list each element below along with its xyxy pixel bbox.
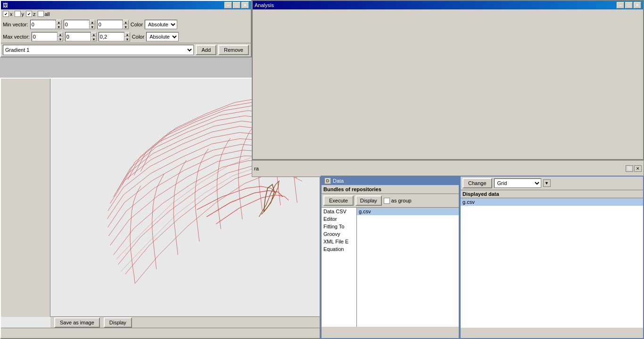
max-v2-down[interactable]: ▼	[91, 37, 97, 41]
analysis-maximize-btn[interactable]: □	[625, 2, 633, 8]
y-label: y	[22, 11, 25, 17]
bundle-item-xml[interactable]: XML File E	[322, 238, 356, 245]
min-vector-row: Min vector: ▲ ▼ ▲ ▼ ▲ ▼ Color Absolute	[1, 18, 251, 31]
max-v2-input[interactable]	[65, 32, 91, 41]
y-checkbox[interactable]	[15, 11, 21, 17]
bundle-list: Data CSV Editor Fitting To Groovy XML Fi…	[322, 208, 357, 327]
max-v2-group: ▲ ▼	[65, 32, 97, 41]
top-panel-icon: 🖼	[3, 2, 8, 8]
min-vector-label: Min vector:	[3, 22, 28, 27]
data-lists: Data CSV Editor Fitting To Groovy XML Fi…	[322, 208, 459, 327]
close-btn[interactable]: ✕	[241, 2, 249, 8]
min-v3-down[interactable]: ▼	[123, 24, 129, 29]
displayed-toolbar: Change Grid ▼	[461, 177, 643, 190]
ra-restore-btn[interactable]: ⬜	[626, 165, 633, 172]
min-v3-arrows: ▲ ▼	[123, 20, 129, 29]
min-v1-input[interactable]	[30, 20, 56, 29]
max-v1-up[interactable]: ▲	[58, 32, 63, 37]
all-label: all	[45, 11, 50, 17]
min-v3-up[interactable]: ▲	[123, 20, 129, 24]
display-btn[interactable]: Display	[104, 317, 132, 328]
ra-panel: ra ⬜ ✕	[252, 160, 644, 177]
min-v2-group: ▲ ▼	[64, 20, 95, 29]
minimize-btn[interactable]: ─	[224, 2, 232, 8]
bundle-item-fitting[interactable]: Fitting To	[322, 223, 356, 230]
displayed-data-panel: Change Grid ▼ Displayed data g.csv	[460, 176, 644, 339]
min-v1-group: ▲ ▼	[30, 20, 62, 29]
data-panel: D Data Bundles of repositories Execute D…	[321, 176, 460, 339]
min-v2-up[interactable]: ▲	[90, 20, 95, 24]
bundle-item-data-csv[interactable]: Data CSV	[322, 208, 356, 215]
displayed-data-label: Displayed data	[461, 190, 643, 198]
viz-button-row: Save as image Display	[50, 316, 320, 328]
max-v2-arrows: ▲ ▼	[91, 32, 97, 41]
execute-btn[interactable]: Execute	[323, 195, 354, 206]
remove-gradient-btn[interactable]: Remove	[218, 45, 249, 55]
min-v1-down[interactable]: ▼	[56, 24, 62, 29]
z-checkbox[interactable]: ✔	[26, 11, 32, 17]
top-panel-titlebar: 🖼 ─ □ ✕	[1, 1, 251, 9]
z-label: z	[33, 11, 36, 17]
min-v1-up[interactable]: ▲	[56, 20, 62, 24]
bundle-item-editor[interactable]: Editor	[322, 215, 356, 223]
z-checkbox-label[interactable]: ✔ z	[26, 11, 36, 17]
y-checkbox-label[interactable]: y	[15, 11, 25, 17]
max-v2-up[interactable]: ▲	[91, 32, 97, 37]
titlebar-controls: ─ □ ✕	[224, 2, 249, 8]
data-title-icon: D	[324, 178, 331, 184]
min-v2-input[interactable]	[64, 20, 90, 29]
file-item-g-csv[interactable]: g.csv	[357, 208, 459, 215]
bundles-label: Bundles of repositories	[323, 186, 381, 192]
viz-bottom-strip	[1, 328, 320, 338]
min-v3-group: ▲ ▼	[97, 20, 129, 29]
all-checkbox-label[interactable]: all	[38, 11, 50, 17]
max-v3-up[interactable]: ▲	[124, 32, 130, 37]
displayed-data-heading: Displayed data	[462, 191, 499, 197]
analysis-titlebar-controls: ─ □ ✕	[617, 2, 641, 8]
analysis-minimize-btn[interactable]: ─	[617, 2, 624, 8]
max-v1-down[interactable]: ▼	[58, 37, 63, 41]
analysis-titlebar: Analysis ─ □ ✕	[253, 1, 643, 9]
grid-select[interactable]: Grid	[494, 178, 541, 188]
data-titlebar: D Data	[322, 177, 459, 185]
max-vector-row: Max vector: ▲ ▼ ▲ ▼ ▲ ▼ Color Absolute	[1, 31, 251, 43]
all-checkbox[interactable]	[38, 11, 44, 17]
data-title: Data	[333, 178, 344, 184]
top-vector-panel: 🖼 ─ □ ✕ ✔ x y ✔ z all Min vector:	[0, 0, 252, 57]
data-toolbar: Bundles of repositories	[322, 185, 459, 194]
as-group-label: as group	[391, 198, 412, 203]
min-v3-input[interactable]	[97, 20, 123, 29]
gradient-select[interactable]: Gradient 1	[3, 45, 194, 55]
add-gradient-btn[interactable]: Add	[196, 45, 216, 55]
bundle-item-groovy[interactable]: Groovy	[322, 230, 356, 238]
min-color-select[interactable]: Absolute Relative None	[145, 20, 177, 29]
x-label: x	[10, 11, 13, 17]
min-v1-arrows: ▲ ▼	[56, 20, 62, 29]
max-color-select[interactable]: Absolute Relative None	[146, 32, 179, 41]
as-group-checkbox[interactable]	[384, 198, 390, 204]
as-group-container: as group	[384, 198, 412, 204]
displayed-list: g.csv	[461, 198, 643, 328]
save-as-image-btn[interactable]: Save as image	[54, 317, 100, 328]
max-v1-input[interactable]	[32, 32, 58, 41]
x-checkbox-label[interactable]: ✔ x	[3, 11, 13, 17]
max-v3-input[interactable]	[99, 32, 124, 41]
gradient-row: Gradient 1 Add Remove	[1, 43, 251, 56]
x-checkbox[interactable]: ✔	[3, 11, 9, 17]
data-display-btn[interactable]: Display	[355, 195, 382, 206]
displayed-item-g-csv[interactable]: g.csv	[461, 198, 643, 206]
bundle-item-equation[interactable]: Equation	[322, 245, 356, 253]
analysis-window: Analysis ─ □ ✕	[252, 0, 644, 160]
change-btn[interactable]: Change	[462, 178, 492, 188]
max-v3-arrows: ▲ ▼	[124, 32, 130, 41]
maximize-btn[interactable]: □	[233, 2, 240, 8]
files-list: g.csv	[357, 208, 459, 327]
max-v3-group: ▲ ▼	[99, 32, 130, 41]
analysis-close-btn[interactable]: ✕	[634, 2, 641, 8]
max-v3-down[interactable]: ▼	[124, 37, 130, 41]
viz-sidebar	[1, 79, 50, 317]
max-v1-group: ▲ ▼	[32, 32, 63, 41]
displayed-dropdown-btn[interactable]: ▼	[543, 179, 551, 187]
min-v2-down[interactable]: ▼	[90, 24, 95, 29]
ra-close-btn[interactable]: ✕	[634, 165, 642, 172]
